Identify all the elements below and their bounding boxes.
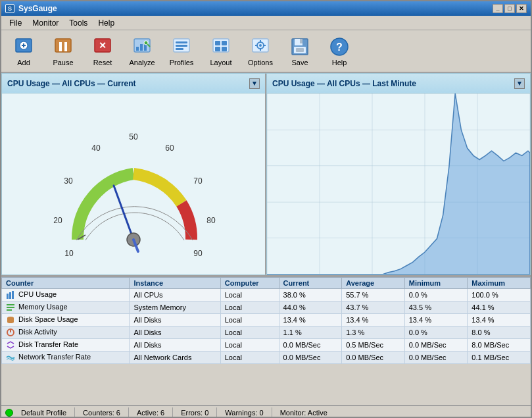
save-label: Save [291, 59, 308, 66]
col-current: Current [279, 277, 342, 288]
table-row: Disk Space Usage All Disks Local 13.4 % … [2, 314, 531, 327]
cell-maximum: 8.0 MB/Sec [468, 339, 531, 352]
row-icon [6, 353, 15, 362]
status-sep-2 [128, 407, 129, 418]
svg-rect-21 [222, 41, 227, 45]
cell-counter: Disk Space Usage [2, 314, 130, 327]
status-sep-3 [172, 407, 173, 418]
cell-counter: Disk Activity [2, 327, 130, 339]
row-icon [6, 340, 15, 350]
col-counter: Counter [2, 277, 130, 288]
cell-current: 0.0 MB/Sec [279, 339, 342, 352]
window-controls: _ □ ✕ [493, 4, 527, 13]
cell-computer: Local [220, 339, 279, 352]
save-icon [289, 36, 310, 57]
col-average: Average [342, 277, 405, 288]
table-row: Disk Transfer Rate All Disks Local 0.0 M… [2, 339, 531, 352]
svg-rect-5 [59, 42, 62, 51]
svg-text:60: 60 [165, 144, 174, 153]
cell-current: 44.0 % [279, 301, 342, 313]
cell-instance: All Disks [130, 327, 220, 339]
analyze-button[interactable]: Analyze [124, 33, 160, 70]
gauge-lastminute-dropdown[interactable]: ▼ [514, 78, 525, 89]
help-button[interactable]: ? Help [321, 33, 358, 70]
svg-rect-35 [296, 48, 304, 52]
gauge-dial-area: 50 40 30 60 70 20 80 10 90 0 100 [2, 93, 265, 274]
errors-status: Errors: 0 [181, 409, 208, 417]
menu-monitor[interactable]: Monitor [27, 17, 64, 29]
cell-maximum: 0.1 MB/Sec [468, 352, 531, 364]
pause-button[interactable]: Pause [45, 33, 82, 70]
options-button[interactable]: Options [242, 33, 279, 70]
table-row: CPU Usage All CPUs Local 38.0 % 55.7 % 0… [2, 288, 531, 301]
svg-rect-18 [176, 48, 183, 50]
menu-file[interactable]: File [4, 17, 27, 29]
status-bar: Default Profile Counters: 6 Active: 6 Er… [1, 405, 531, 418]
svg-rect-16 [176, 41, 187, 43]
cell-minimum: 0.0 % [404, 288, 468, 301]
add-button[interactable]: Add [5, 33, 42, 70]
add-label: Add [17, 59, 30, 66]
toolbar: Add Pause ✕ Reset [1, 30, 531, 73]
analyze-icon [132, 36, 153, 57]
help-icon: ? [329, 36, 350, 57]
svg-rect-17 [176, 45, 187, 47]
cell-maximum: 13.4 % [468, 314, 531, 327]
gauge-dial: 50 40 30 60 70 20 80 10 90 0 100 [38, 108, 229, 259]
row-icon [6, 290, 15, 300]
svg-point-26 [259, 44, 262, 47]
cell-minimum: 43.5 % [404, 301, 468, 313]
cell-computer: Local [220, 314, 279, 327]
gauge-svg: 50 40 30 60 70 20 80 10 90 0 100 [38, 108, 229, 259]
minimize-button[interactable]: _ [493, 4, 503, 13]
cell-counter: Memory Usage [2, 301, 130, 313]
reset-icon: ✕ [92, 36, 113, 57]
menu-bar: File Monitor Tools Help [1, 16, 531, 30]
col-instance: Instance [130, 277, 220, 288]
svg-rect-65 [12, 291, 14, 299]
cell-computer: Local [220, 288, 279, 301]
svg-rect-22 [215, 47, 220, 51]
gauge-current-dropdown[interactable]: ▼ [249, 78, 260, 89]
gauge-current-header: CPU Usage — All CPUs — Current ▼ [2, 74, 265, 93]
menu-tools[interactable]: Tools [64, 17, 93, 29]
svg-rect-66 [7, 304, 14, 305]
layout-button[interactable]: Layout [203, 33, 239, 70]
profiles-icon [171, 36, 192, 57]
cell-maximum: 44.1 % [468, 301, 531, 313]
menu-help[interactable]: Help [93, 17, 120, 29]
cell-average: 0.5 MB/Sec [342, 339, 405, 352]
chart-area-fill [267, 93, 530, 274]
title-bar: S SysGauge _ □ ✕ [1, 1, 531, 16]
status-sep-5 [272, 407, 272, 418]
svg-point-71 [7, 321, 14, 323]
svg-rect-11 [140, 44, 143, 51]
svg-rect-63 [7, 294, 9, 299]
reset-button[interactable]: ✕ Reset [84, 33, 121, 70]
cell-minimum: 13.4 % [404, 314, 468, 327]
cell-counter: Network Transfer Rate [2, 352, 130, 364]
profiles-button[interactable]: Profiles [163, 33, 200, 70]
svg-rect-67 [7, 307, 14, 308]
gauge-area: CPU Usage — All CPUs — Current ▼ 50 40 3… [1, 73, 531, 276]
gauge-lastminute-panel: CPU Usage — All CPUs — Last Minute ▼ [266, 73, 531, 275]
svg-text:40: 40 [91, 144, 101, 153]
status-led [5, 409, 13, 417]
pause-label: Pause [53, 59, 73, 66]
svg-rect-6 [64, 42, 67, 51]
close-button[interactable]: ✕ [516, 4, 527, 13]
cell-counter: CPU Usage [2, 288, 130, 301]
maximize-button[interactable]: □ [504, 4, 515, 13]
svg-text:80: 80 [206, 216, 216, 225]
row-icon [6, 315, 15, 325]
svg-text:30: 30 [64, 176, 73, 186]
row-icon [6, 328, 15, 337]
cell-current: 0.0 MB/Sec [279, 352, 342, 364]
cell-instance: System Memory [130, 301, 220, 313]
active-status: Active: 6 [137, 409, 164, 417]
col-minimum: Minimum [404, 277, 468, 288]
save-button[interactable]: Save [281, 33, 318, 70]
gauge-lastminute-header: CPU Usage — All CPUs — Last Minute ▼ [267, 74, 530, 93]
svg-text:50: 50 [129, 132, 138, 142]
profile-name: Default Profile [21, 409, 66, 417]
